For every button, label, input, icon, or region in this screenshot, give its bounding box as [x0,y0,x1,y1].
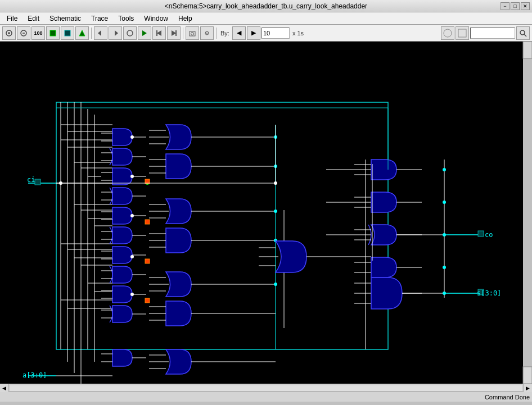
zoom-in-button[interactable] [2,26,16,40]
svg-marker-8 [98,30,101,36]
scroll-right-button[interactable]: ▶ [523,384,532,392]
menu-trace[interactable]: Trace [87,13,112,24]
hierarchy-icon [64,29,71,37]
nav-prev-button[interactable]: ◀ [232,26,246,40]
by-label: By: [220,30,229,37]
nav-next-button[interactable]: ▶ [247,26,260,40]
svg-point-172 [130,135,134,139]
icon-b-button[interactable] [456,26,469,40]
svg-point-133 [274,283,277,286]
menu-help[interactable]: Help [174,13,197,24]
svg-rect-6 [65,30,70,36]
svg-point-22 [520,30,525,35]
hier-up-button[interactable] [75,26,89,40]
step-forward-button[interactable] [167,26,181,40]
hierarchy-button[interactable] [61,26,74,40]
circuit-diagram: ci a[3:0] b[3:0] co s[3:0] [0,42,532,384]
status-bar: Command Done [0,392,532,402]
settings-button[interactable] [200,26,214,40]
svg-point-17 [191,32,194,35]
zoom-out-button[interactable] [17,26,30,40]
svg-point-20 [444,29,452,37]
maximize-button[interactable]: □ [511,2,520,10]
horizontal-scrollbar[interactable]: ◀ ▶ [0,384,532,392]
svg-marker-9 [115,30,118,36]
settings-icon [203,29,211,37]
play-icon [141,29,148,37]
svg-rect-26 [523,42,532,58]
step-forward-icon [170,29,178,37]
snapshot-icon [188,29,196,37]
svg-rect-181 [145,259,150,263]
svg-marker-14 [172,30,176,36]
icon-a-button[interactable] [441,26,454,40]
step-input[interactable] [262,28,290,39]
toolbar: 100 [0,25,532,42]
menu-edit[interactable]: Edit [23,13,44,24]
svg-rect-30 [35,179,40,185]
svg-marker-7 [79,30,85,36]
tool-icon-a [443,29,452,38]
window-controls: − □ ✕ [501,2,530,10]
svg-text:s[3:0]: s[3:0] [477,289,501,297]
svg-rect-180 [145,220,150,224]
svg-rect-13 [156,30,157,36]
svg-point-171 [443,292,446,295]
menu-window[interactable]: Window [139,13,173,24]
window-title: <nSchema:5>carry_look_aheadadder_tb.u_ca… [165,2,367,10]
svg-rect-21 [458,29,466,37]
menu-schematic[interactable]: Schematic [45,13,85,24]
hier-up-icon [78,29,86,37]
command-done-text: Command Done [485,394,530,401]
svg-point-176 [130,293,134,296]
svg-point-175 [130,255,134,258]
sep2 [183,28,183,39]
search-input[interactable] [470,28,515,39]
reload-button[interactable] [123,26,137,40]
tool-icon-b [458,29,467,38]
close-button[interactable]: ✕ [521,2,530,10]
zoom-fit-button[interactable]: 100 [31,26,45,40]
forward-button[interactable] [109,26,122,40]
svg-rect-162 [478,231,484,236]
zoom-in-icon [5,29,13,37]
svg-point-173 [130,175,134,178]
reload-icon [126,29,134,37]
svg-point-168 [443,168,446,171]
zoom-fit-all-button[interactable] [46,26,60,40]
svg-text:a[3:0]: a[3:0] [22,371,47,379]
step-back-button[interactable] [152,26,166,40]
title-bar: <nSchema:5>carry_look_aheadadder_tb.u_ca… [0,0,532,12]
svg-rect-27 [523,367,532,384]
svg-point-19 [206,33,208,34]
fit-icon [49,29,57,37]
minimize-button[interactable]: − [501,2,510,10]
menu-tools[interactable]: Tools [114,13,138,24]
sep1 [91,28,92,39]
search-icon [519,29,527,37]
menu-file[interactable]: File [2,13,22,24]
svg-point-10 [127,30,133,36]
step-back-icon [155,29,163,37]
svg-rect-25 [523,42,532,384]
zoom-out-icon [20,29,28,37]
svg-point-167 [443,233,446,236]
circuit-area[interactable]: ci a[3:0] b[3:0] co s[3:0] [0,42,532,384]
menu-bar: File Edit Schematic Trace Tools Window H… [0,12,532,25]
search-button[interactable] [516,26,530,40]
svg-text:co: co [485,231,493,239]
svg-marker-12 [157,30,161,36]
svg-point-170 [443,266,446,269]
play-button[interactable] [138,26,151,40]
snapshot-button[interactable] [186,26,199,40]
svg-point-169 [443,201,446,204]
sep3 [216,28,217,39]
scroll-left-button[interactable]: ◀ [0,384,9,392]
back-button[interactable] [94,26,107,40]
svg-line-23 [524,34,526,37]
svg-rect-5 [50,30,56,36]
svg-rect-15 [175,30,177,36]
back-icon [97,29,105,37]
svg-rect-182 [145,298,150,303]
svg-point-131 [274,210,277,213]
